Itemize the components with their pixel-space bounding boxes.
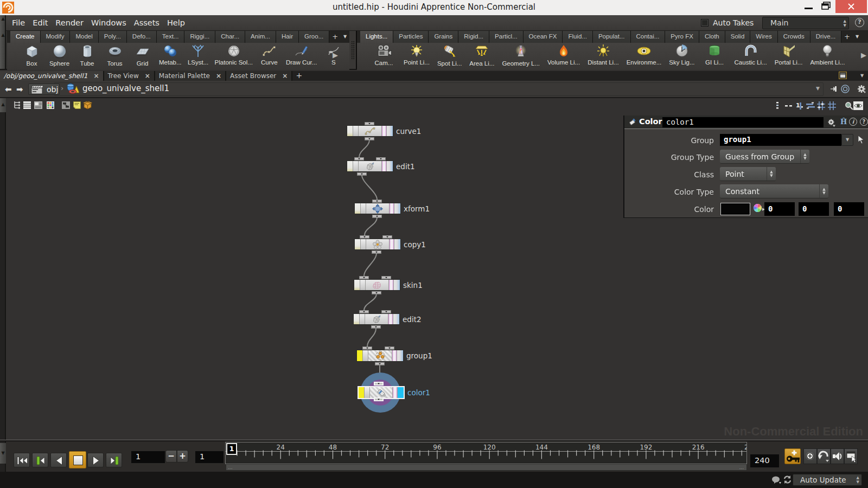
shelf-tool-areali[interactable]: Area Li... xyxy=(465,43,498,70)
shelf-tool-torus[interactable]: Torus xyxy=(101,43,129,70)
node-input-connector[interactable] xyxy=(360,235,369,239)
close-tab-icon[interactable]: × xyxy=(145,72,150,81)
node-input-connector[interactable] xyxy=(381,310,391,313)
shelf-tool-environme[interactable]: Environme... xyxy=(623,43,666,70)
update-mode-selector[interactable]: Auto Update ▲▼ xyxy=(793,474,862,486)
shelf-tool-lsyst[interactable]: LSyst... xyxy=(184,43,212,70)
close-tab-icon[interactable]: × xyxy=(216,72,221,81)
node-curve1[interactable] xyxy=(347,125,393,137)
shelf-tab-poly[interactable]: Poly... xyxy=(99,31,127,43)
refresh-icon[interactable] xyxy=(783,475,792,484)
node-input-connector[interactable] xyxy=(362,346,372,350)
stop-button[interactable] xyxy=(69,451,86,468)
node-output-connector[interactable] xyxy=(372,215,382,218)
template-flag[interactable] xyxy=(355,203,360,214)
shelf-tool-sphere[interactable]: Sphere xyxy=(46,43,73,70)
pane-menu-caret-icon[interactable]: ▼ xyxy=(860,73,864,78)
node-output-connector[interactable] xyxy=(371,325,381,329)
scrollbar-grip-right[interactable]: ... xyxy=(739,465,744,470)
add-pane-tab-button[interactable]: + xyxy=(292,71,305,81)
template-flag[interactable] xyxy=(355,239,360,249)
shelf-tab-text[interactable]: Text... xyxy=(157,31,185,43)
shelf-tool-skylig[interactable]: Sky Lig... xyxy=(665,43,698,70)
color-r-field[interactable]: 0 xyxy=(764,202,795,216)
shelf-tab-populat[interactable]: Populat... xyxy=(593,31,631,43)
timeline-ruler[interactable]: 24487296120144168192216240 1 xyxy=(225,442,747,464)
shelf-tab-char[interactable]: Char... xyxy=(215,31,245,43)
shelf-tab-create[interactable]: Create xyxy=(10,31,41,43)
shelf-splitter[interactable] xyxy=(349,31,357,69)
shelf-tab-oceanfx[interactable]: Ocean FX xyxy=(524,31,563,43)
nav-back-icon[interactable]: ⬅ xyxy=(5,85,12,94)
template-flag[interactable] xyxy=(354,280,360,290)
shelf-gutter[interactable]: ▲ xyxy=(0,31,6,69)
shelf-tab-pyrofx[interactable]: Pyro FX xyxy=(665,31,699,43)
node-icon-tile[interactable] xyxy=(365,280,388,290)
auto-takes-control[interactable]: Auto Takes xyxy=(701,18,754,27)
gear-icon[interactable] xyxy=(856,84,867,94)
menu-render[interactable]: Render xyxy=(52,15,87,31)
shelf-tab-groo[interactable]: Groo... xyxy=(299,31,329,43)
menu-edit[interactable]: Edit xyxy=(29,15,52,31)
shelf-tool-platonicsol[interactable]: Platonic Sol... xyxy=(212,43,256,70)
shelf-tab-particles[interactable]: Particles xyxy=(393,31,429,43)
shelf-tool-pointli[interactable]: Point Li... xyxy=(400,43,433,70)
shelf-scroll-right-icon[interactable]: ▶ xyxy=(859,43,868,70)
gear-icon[interactable] xyxy=(826,118,836,127)
template-flag[interactable] xyxy=(357,350,362,361)
display-flag[interactable] xyxy=(397,350,403,361)
shelf-tab-model[interactable]: Model xyxy=(70,31,98,43)
menu-assets[interactable]: Assets xyxy=(130,15,163,31)
playhead[interactable]: 1 xyxy=(226,443,237,455)
shelf-tab-wires[interactable]: Wires xyxy=(750,31,777,43)
node-skin1[interactable] xyxy=(354,279,400,291)
shelf-tab-defo[interactable]: Defo... xyxy=(127,31,157,43)
shelf-add-tab-button[interactable]: + xyxy=(841,31,853,43)
node-output-connector[interactable] xyxy=(374,397,384,401)
scrollbar-grip-left[interactable]: ... xyxy=(228,465,233,470)
node-input-connector[interactable] xyxy=(381,276,391,279)
shelf-tab-lights[interactable]: Lights... xyxy=(360,31,393,43)
pane-tab-tree-view[interactable]: Tree View× xyxy=(104,71,155,81)
play-reverse-button[interactable] xyxy=(50,453,67,467)
shelf-tool-cam[interactable]: Cam... xyxy=(368,43,400,70)
houdini-help-icon[interactable]: Ĥ xyxy=(840,118,847,126)
path-node-crumb[interactable]: geoo_univalve_shell1 xyxy=(66,83,169,94)
close-button[interactable] xyxy=(835,0,867,13)
display-flag[interactable] xyxy=(386,161,393,171)
shelf-tab-drive[interactable]: Drive... xyxy=(810,31,841,43)
node-icon-tile[interactable] xyxy=(366,203,389,214)
shelf-tab-solid[interactable]: Solid xyxy=(725,31,751,43)
shelf-tool-tube[interactable]: Tube xyxy=(73,43,101,70)
pane-tab-material-palette[interactable]: Material Palette× xyxy=(155,71,226,81)
color-b-field[interactable]: 0 xyxy=(834,202,864,216)
color-swatch[interactable] xyxy=(720,203,750,215)
pane-tab--obj-geoo_univalve_shell1[interactable]: /obj/geoo_univalve_shell1× xyxy=(0,71,104,81)
pane-tab-asset-browser[interactable]: Asset Browser× xyxy=(226,71,292,81)
audio-button[interactable] xyxy=(831,448,844,464)
shelf-tool-curve[interactable]: Curve xyxy=(256,43,283,70)
shelf-tab-grains[interactable]: Grains xyxy=(429,31,458,43)
range-start-field[interactable]: 1 xyxy=(195,451,224,463)
menu-help[interactable]: Help xyxy=(163,15,189,31)
timeline-scrollbar[interactable]: ... ... xyxy=(226,464,747,471)
shelf-tool-geometryl[interactable]: Geometry L... xyxy=(498,43,544,70)
play-button[interactable] xyxy=(87,453,104,467)
shelf-add-tab-button[interactable]: + xyxy=(329,31,341,43)
playback-options-button[interactable] xyxy=(817,448,831,464)
display-flag[interactable] xyxy=(394,239,400,249)
node-edit1[interactable] xyxy=(347,160,393,172)
nav-forward-icon[interactable]: ➡ xyxy=(16,85,23,94)
color-g-field[interactable]: 0 xyxy=(799,202,829,216)
template-flag[interactable] xyxy=(354,314,359,324)
node-output-connector[interactable] xyxy=(375,362,385,365)
node-input-connector[interactable] xyxy=(354,157,364,160)
shelf-tab-modify[interactable]: Modify xyxy=(41,31,71,43)
rewind-button[interactable] xyxy=(14,453,30,467)
group-field[interactable]: group1 xyxy=(720,134,841,146)
menu-file[interactable]: File xyxy=(8,15,29,31)
shelf-tab-cloth[interactable]: Cloth xyxy=(699,31,725,43)
path-field[interactable] xyxy=(54,82,824,96)
shelf-tool-drawcur[interactable]: Draw Cur... xyxy=(283,43,320,70)
display-flag[interactable] xyxy=(394,203,400,214)
